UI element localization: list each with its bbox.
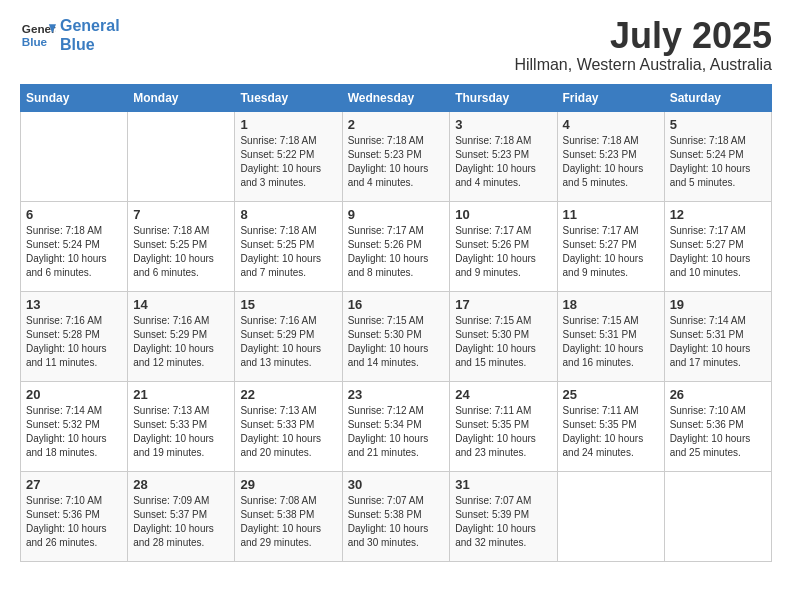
day-number: 18 [563, 297, 659, 312]
day-number: 26 [670, 387, 766, 402]
calendar-cell: 1Sunrise: 7:18 AM Sunset: 5:22 PM Daylig… [235, 111, 342, 201]
calendar-cell: 22Sunrise: 7:13 AM Sunset: 5:33 PM Dayli… [235, 381, 342, 471]
day-info: Sunrise: 7:17 AM Sunset: 5:27 PM Dayligh… [563, 224, 659, 280]
calendar-cell: 3Sunrise: 7:18 AM Sunset: 5:23 PM Daylig… [450, 111, 557, 201]
day-info: Sunrise: 7:18 AM Sunset: 5:25 PM Dayligh… [133, 224, 229, 280]
day-number: 6 [26, 207, 122, 222]
calendar-cell: 30Sunrise: 7:07 AM Sunset: 5:38 PM Dayli… [342, 471, 450, 561]
calendar-cell: 16Sunrise: 7:15 AM Sunset: 5:30 PM Dayli… [342, 291, 450, 381]
day-number: 10 [455, 207, 551, 222]
day-number: 28 [133, 477, 229, 492]
day-info: Sunrise: 7:12 AM Sunset: 5:34 PM Dayligh… [348, 404, 445, 460]
day-number: 9 [348, 207, 445, 222]
day-info: Sunrise: 7:18 AM Sunset: 5:24 PM Dayligh… [26, 224, 122, 280]
calendar-cell: 11Sunrise: 7:17 AM Sunset: 5:27 PM Dayli… [557, 201, 664, 291]
logo-line2: Blue [60, 36, 95, 53]
day-number: 30 [348, 477, 445, 492]
calendar-cell: 26Sunrise: 7:10 AM Sunset: 5:36 PM Dayli… [664, 381, 771, 471]
calendar-subtitle: Hillman, Western Australia, Australia [514, 56, 772, 74]
calendar-cell: 31Sunrise: 7:07 AM Sunset: 5:39 PM Dayli… [450, 471, 557, 561]
day-number: 3 [455, 117, 551, 132]
week-row-5: 27Sunrise: 7:10 AM Sunset: 5:36 PM Dayli… [21, 471, 772, 561]
header-day-saturday: Saturday [664, 84, 771, 111]
calendar-cell [128, 111, 235, 201]
day-number: 31 [455, 477, 551, 492]
week-row-4: 20Sunrise: 7:14 AM Sunset: 5:32 PM Dayli… [21, 381, 772, 471]
header-day-sunday: Sunday [21, 84, 128, 111]
calendar-body: 1Sunrise: 7:18 AM Sunset: 5:22 PM Daylig… [21, 111, 772, 561]
day-number: 17 [455, 297, 551, 312]
day-number: 2 [348, 117, 445, 132]
day-number: 21 [133, 387, 229, 402]
calendar-cell: 5Sunrise: 7:18 AM Sunset: 5:24 PM Daylig… [664, 111, 771, 201]
calendar-cell: 25Sunrise: 7:11 AM Sunset: 5:35 PM Dayli… [557, 381, 664, 471]
day-number: 23 [348, 387, 445, 402]
svg-text:Blue: Blue [22, 35, 48, 48]
day-number: 22 [240, 387, 336, 402]
calendar-cell: 2Sunrise: 7:18 AM Sunset: 5:23 PM Daylig… [342, 111, 450, 201]
calendar-cell: 29Sunrise: 7:08 AM Sunset: 5:38 PM Dayli… [235, 471, 342, 561]
calendar-cell: 15Sunrise: 7:16 AM Sunset: 5:29 PM Dayli… [235, 291, 342, 381]
day-info: Sunrise: 7:07 AM Sunset: 5:38 PM Dayligh… [348, 494, 445, 550]
day-info: Sunrise: 7:18 AM Sunset: 5:22 PM Dayligh… [240, 134, 336, 190]
header-day-friday: Friday [557, 84, 664, 111]
header-row: SundayMondayTuesdayWednesdayThursdayFrid… [21, 84, 772, 111]
calendar-cell [21, 111, 128, 201]
day-number: 12 [670, 207, 766, 222]
day-number: 19 [670, 297, 766, 312]
day-number: 1 [240, 117, 336, 132]
calendar-cell: 23Sunrise: 7:12 AM Sunset: 5:34 PM Dayli… [342, 381, 450, 471]
calendar-cell: 13Sunrise: 7:16 AM Sunset: 5:28 PM Dayli… [21, 291, 128, 381]
calendar-header: SundayMondayTuesdayWednesdayThursdayFrid… [21, 84, 772, 111]
day-info: Sunrise: 7:09 AM Sunset: 5:37 PM Dayligh… [133, 494, 229, 550]
day-info: Sunrise: 7:16 AM Sunset: 5:29 PM Dayligh… [240, 314, 336, 370]
calendar-cell: 12Sunrise: 7:17 AM Sunset: 5:27 PM Dayli… [664, 201, 771, 291]
calendar-cell: 17Sunrise: 7:15 AM Sunset: 5:30 PM Dayli… [450, 291, 557, 381]
day-info: Sunrise: 7:11 AM Sunset: 5:35 PM Dayligh… [563, 404, 659, 460]
day-number: 7 [133, 207, 229, 222]
day-number: 27 [26, 477, 122, 492]
header-day-monday: Monday [128, 84, 235, 111]
calendar-cell: 27Sunrise: 7:10 AM Sunset: 5:36 PM Dayli… [21, 471, 128, 561]
calendar-cell: 19Sunrise: 7:14 AM Sunset: 5:31 PM Dayli… [664, 291, 771, 381]
day-info: Sunrise: 7:15 AM Sunset: 5:31 PM Dayligh… [563, 314, 659, 370]
logo-icon: General Blue [20, 17, 56, 53]
calendar-cell: 20Sunrise: 7:14 AM Sunset: 5:32 PM Dayli… [21, 381, 128, 471]
day-number: 13 [26, 297, 122, 312]
calendar-cell [664, 471, 771, 561]
header-day-tuesday: Tuesday [235, 84, 342, 111]
day-info: Sunrise: 7:16 AM Sunset: 5:28 PM Dayligh… [26, 314, 122, 370]
day-number: 25 [563, 387, 659, 402]
day-number: 15 [240, 297, 336, 312]
calendar-cell: 21Sunrise: 7:13 AM Sunset: 5:33 PM Dayli… [128, 381, 235, 471]
day-number: 11 [563, 207, 659, 222]
day-info: Sunrise: 7:10 AM Sunset: 5:36 PM Dayligh… [670, 404, 766, 460]
day-info: Sunrise: 7:10 AM Sunset: 5:36 PM Dayligh… [26, 494, 122, 550]
header-day-wednesday: Wednesday [342, 84, 450, 111]
week-row-1: 1Sunrise: 7:18 AM Sunset: 5:22 PM Daylig… [21, 111, 772, 201]
day-number: 20 [26, 387, 122, 402]
page-header: General Blue General Blue July 2025 Hill… [20, 16, 772, 74]
calendar-cell: 14Sunrise: 7:16 AM Sunset: 5:29 PM Dayli… [128, 291, 235, 381]
day-info: Sunrise: 7:14 AM Sunset: 5:32 PM Dayligh… [26, 404, 122, 460]
day-number: 29 [240, 477, 336, 492]
day-number: 4 [563, 117, 659, 132]
logo-text: General Blue [60, 16, 120, 54]
day-number: 14 [133, 297, 229, 312]
day-info: Sunrise: 7:15 AM Sunset: 5:30 PM Dayligh… [455, 314, 551, 370]
week-row-2: 6Sunrise: 7:18 AM Sunset: 5:24 PM Daylig… [21, 201, 772, 291]
day-info: Sunrise: 7:17 AM Sunset: 5:26 PM Dayligh… [455, 224, 551, 280]
day-number: 5 [670, 117, 766, 132]
calendar-table: SundayMondayTuesdayWednesdayThursdayFrid… [20, 84, 772, 562]
day-info: Sunrise: 7:13 AM Sunset: 5:33 PM Dayligh… [133, 404, 229, 460]
day-info: Sunrise: 7:16 AM Sunset: 5:29 PM Dayligh… [133, 314, 229, 370]
calendar-cell [557, 471, 664, 561]
logo-line1: General [60, 17, 120, 34]
day-info: Sunrise: 7:11 AM Sunset: 5:35 PM Dayligh… [455, 404, 551, 460]
day-info: Sunrise: 7:14 AM Sunset: 5:31 PM Dayligh… [670, 314, 766, 370]
day-info: Sunrise: 7:18 AM Sunset: 5:23 PM Dayligh… [455, 134, 551, 190]
day-number: 8 [240, 207, 336, 222]
logo: General Blue General Blue [20, 16, 120, 54]
calendar-title: July 2025 [514, 16, 772, 56]
day-info: Sunrise: 7:08 AM Sunset: 5:38 PM Dayligh… [240, 494, 336, 550]
